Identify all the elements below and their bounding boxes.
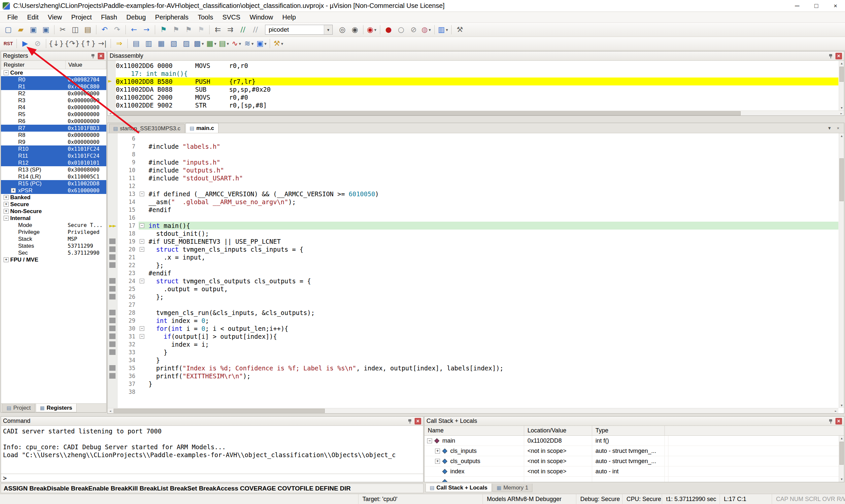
code-line-29[interactable]: 29 int index = 0; (108, 317, 839, 325)
menu-item-file[interactable]: File (3, 12, 22, 22)
next-bookmark-button[interactable]: ⚑ (182, 24, 194, 35)
expand-icon[interactable]: + (435, 449, 440, 453)
combo-dropdown-icon[interactable]: ▾ (324, 25, 332, 34)
breakpoint-options-button[interactable]: ◍▾ (420, 24, 432, 35)
stop-button[interactable]: ⊘ (32, 38, 43, 49)
toolbox-button[interactable]: ⚒▾ (272, 38, 284, 49)
open-file-button[interactable]: ▰ (15, 24, 27, 35)
window-minimize-button[interactable]: ─ (788, 0, 807, 12)
reset-cpu-button[interactable]: RST (2, 38, 14, 49)
code-line-27[interactable]: 27 (108, 301, 839, 309)
dock-tab-project[interactable]: ▤Project (2, 404, 35, 412)
toggle-bookmark-button[interactable]: ⚑ (157, 24, 169, 35)
register-row-r13-sp[interactable]: R13 (SP)0x30008000 (1, 166, 106, 173)
register-row-core[interactable]: −Core (1, 69, 106, 76)
disassembly-line[interactable]: 17: int main(){ (116, 70, 839, 77)
uncomment-selection-button[interactable]: // (249, 24, 261, 35)
save-file-button[interactable]: ▣ (28, 24, 39, 35)
register-row-mode[interactable]: ModeSecure T... (1, 222, 106, 229)
trace-windows-button[interactable]: ≋▾ (243, 38, 255, 49)
unindent-button[interactable]: ⇇ (212, 24, 224, 35)
disassembly-line[interactable]: 0x11002DD6 0000 MOVS r0,r0 (116, 62, 839, 70)
collapse-fold-icon[interactable]: − (140, 239, 144, 244)
editor-tab-main-c[interactable]: ▤main.c (186, 123, 218, 133)
code-line-28[interactable]: 28 tvmgen_cls_run(&cls_inputs, &cls_outp… (108, 309, 839, 317)
show-next-statement-button[interactable]: ⇒ (113, 38, 125, 49)
dock-tab-registers[interactable]: ▦Registers (36, 404, 76, 412)
scroll-down-icon[interactable]: ▼ (839, 105, 844, 110)
register-row-r6[interactable]: R60x00000000 (1, 118, 106, 125)
window-close-button[interactable]: × (826, 0, 845, 12)
code-line-6[interactable]: 6 (108, 134, 839, 143)
code-line-30[interactable]: 30− for(int i = 0; i < output_len;i++){ (108, 325, 839, 332)
dock-tab-memory-1[interactable]: ▦Memory 1 (492, 484, 533, 492)
column-header-register[interactable]: Register (1, 61, 66, 69)
menu-item-window[interactable]: Window (245, 12, 278, 22)
register-row-secure[interactable]: +Secure (1, 201, 106, 208)
callstack-vertical-scrollbar[interactable]: ▲ ▼ (839, 436, 844, 482)
table-row-cls-outputs[interactable]: +cls_outputs<not in scope>auto - struct … (424, 456, 844, 466)
code-line-12[interactable]: 12 (108, 182, 839, 190)
cut-button[interactable]: ✂ (57, 24, 69, 35)
close-panel-button[interactable]: × (415, 418, 421, 425)
column-header-value[interactable]: Value (66, 61, 106, 69)
collapse-fold-icon[interactable]: − (140, 223, 144, 228)
command-input-line[interactable]: > (1, 474, 423, 482)
code-line-9[interactable]: 9#include "inputs.h" (108, 158, 839, 166)
code-line-8[interactable]: 8 (108, 150, 839, 158)
register-row-states[interactable]: States53711299 (1, 242, 106, 249)
run-button[interactable]: ▶ (19, 38, 31, 49)
scroll-up-icon[interactable]: ▲ (839, 61, 844, 66)
expand-icon[interactable]: + (435, 459, 440, 464)
code-line-37[interactable]: 37} (108, 380, 839, 388)
collapse-icon[interactable]: − (4, 70, 8, 75)
disassembly-window-button[interactable]: ▥ (143, 38, 155, 49)
register-row-non-secure[interactable]: +Non-Secure (1, 208, 106, 215)
undo-button[interactable]: ↶ (99, 24, 110, 35)
navigate-forward-button[interactable]: → (141, 24, 153, 35)
registers-window-button[interactable]: ▧ (168, 38, 179, 49)
scrollbar-track[interactable] (839, 465, 844, 476)
editor-content[interactable]: 67#include "labels.h"89#include "inputs.… (108, 133, 844, 413)
register-row-r0[interactable]: R00x00982704 (1, 76, 106, 83)
register-row-banked[interactable]: +Banked (1, 194, 106, 201)
indent-button[interactable]: ⇉ (225, 24, 236, 35)
memory-windows-button[interactable]: ▦▾ (205, 38, 217, 49)
scroll-up-icon[interactable]: ▲ (839, 133, 844, 139)
register-row-r14-lr[interactable]: R14 (LR)0x110005C1 (1, 173, 106, 180)
register-row-r12[interactable]: R120x01010101 (1, 159, 106, 166)
disassembly-line[interactable]: 0x11002DDE 9002 STR r0,[sp,#8] (116, 101, 839, 109)
register-row-r7[interactable]: R70x1101FBD3 (1, 125, 106, 132)
copy-button[interactable]: ◫ (69, 24, 81, 35)
new-file-button[interactable]: ▢ (2, 24, 14, 35)
disassembly-vertical-scrollbar[interactable]: ▲ ▼ (839, 61, 844, 110)
disassembly-line[interactable]: 0x11002DDC 2000 MOVS r0,#0 (116, 93, 839, 101)
scrollbar-track[interactable] (325, 408, 833, 413)
menu-item-tools[interactable]: Tools (193, 12, 218, 22)
register-row-xpsr[interactable]: +xPSR0x61000000 (1, 187, 106, 194)
pin-button[interactable] (407, 418, 413, 425)
tab-list-button[interactable]: ▼ (826, 124, 833, 132)
scroll-left-icon[interactable]: ◄ (108, 408, 113, 414)
code-line-38[interactable]: 38 (108, 388, 839, 396)
register-row-r8[interactable]: R80x00000000 (1, 132, 106, 139)
code-line-18[interactable]: 18 stdout_init(); (108, 230, 839, 237)
register-row-internal[interactable]: −Internal (1, 215, 106, 222)
scrollbar-track[interactable] (741, 111, 839, 116)
pin-button[interactable] (828, 418, 834, 425)
scrollbar-thumb[interactable] (839, 442, 844, 465)
register-row-r4[interactable]: R40x00000000 (1, 104, 106, 111)
previous-bookmark-button[interactable]: ⚑ (170, 24, 182, 35)
register-row-r2[interactable]: R20x00000000 (1, 90, 106, 97)
target-select[interactable]: picodet ▾ (265, 25, 333, 35)
code-line-34[interactable]: 34 } (108, 356, 839, 364)
window-layout-button[interactable]: ▥▾ (437, 24, 449, 35)
menu-item-help[interactable]: Help (278, 12, 300, 22)
insert-remove-breakpoint-button[interactable]: ● (383, 24, 394, 35)
register-row-stack[interactable]: StackMSP (1, 235, 106, 242)
pin-button[interactable] (828, 53, 834, 59)
collapse-fold-icon[interactable]: − (140, 326, 144, 331)
code-line-31[interactable]: 31− if(output[i] > output[index]){ (108, 332, 839, 340)
comment-selection-button[interactable]: // (237, 24, 249, 35)
code-line-15[interactable]: 15#endif (108, 206, 839, 214)
